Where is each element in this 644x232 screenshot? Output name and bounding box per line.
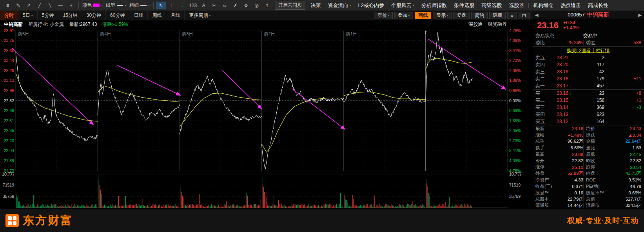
volume-bar <box>420 205 420 208</box>
trend-arrow[interactable] <box>292 89 345 129</box>
volume-bar <box>372 207 372 208</box>
volume-bar <box>332 207 333 208</box>
trend-arrow[interactable] <box>428 39 506 89</box>
menu-item[interactable]: 决策 <box>307 2 325 9</box>
fullscreen-icon[interactable]: ⊡ <box>519 12 530 19</box>
chart-action-button[interactable]: 显示▾ <box>433 12 452 19</box>
mark-down-icon[interactable]: ↓ <box>177 2 187 9</box>
period-tab[interactable]: 分时 <box>0 11 18 20</box>
pencil-icon[interactable]: ✎ <box>13 2 23 9</box>
volume-bar <box>317 207 318 208</box>
period-tab[interactable]: 更多周期▾ <box>185 11 215 20</box>
volume-bar <box>432 207 432 208</box>
thickness-dropdown[interactable]: 粗细 ▾ <box>129 2 150 9</box>
numbers-icon[interactable]: 123 <box>188 2 198 9</box>
period-tab[interactable]: 5分钟 <box>38 11 59 20</box>
period-tab[interactable]: 15分钟 <box>58 11 82 20</box>
volume-bar <box>470 207 470 208</box>
volume-bar <box>444 207 445 208</box>
chart-action-button[interactable]: 叠加▾ <box>394 12 413 19</box>
menu-icon[interactable]: ≡ <box>3 2 13 9</box>
volume-bar <box>442 204 443 208</box>
volume-bar <box>229 205 229 208</box>
trend-arrow[interactable] <box>222 71 261 109</box>
period-tab[interactable]: 30分钟 <box>82 11 106 20</box>
menu-item[interactable]: 高成长性 <box>584 2 612 9</box>
volume-bar <box>72 204 72 208</box>
volume-bar <box>395 206 396 208</box>
order-delta: +1 <box>604 98 641 103</box>
visibility-icon[interactable]: ◎ <box>252 2 261 9</box>
settings-icon[interactable]: ⚙ <box>241 2 251 9</box>
period-tab[interactable]: 日线 <box>129 11 148 20</box>
menu-item[interactable]: 选股器 <box>505 2 528 9</box>
segment-line-icon[interactable]: ╲ <box>45 2 55 9</box>
industry-label[interactable]: 所属行业: 小金属 <box>28 21 64 28</box>
volume-bar <box>134 205 134 208</box>
menu-item[interactable]: L2核心内参 <box>355 2 388 9</box>
stat-row: 涨停25.10跌停20.54 <box>533 164 644 170</box>
volume-bar <box>210 207 210 208</box>
chart-action-button[interactable]: 画线 <box>415 12 431 19</box>
badge-szconnect[interactable]: 深股通 <box>468 21 483 28</box>
period-tab[interactable]: 60分钟 <box>106 11 129 20</box>
volume-bar <box>167 205 167 208</box>
volume-bar <box>83 205 84 208</box>
menu-item[interactable]: 机构增仓 <box>530 2 557 9</box>
trend-line-icon[interactable]: ↗ <box>24 2 34 9</box>
volume-bar <box>321 205 322 208</box>
chart-action-button[interactable]: 隐藏 <box>489 12 506 19</box>
chart-action-button[interactable]: 复盘 <box>453 12 470 19</box>
period-tab[interactable]: 月线 <box>166 11 185 20</box>
prev-stock-icon[interactable]: ◀ <box>535 13 538 18</box>
chevron-down-icon: ▾ <box>148 4 150 7</box>
text-label-icon[interactable]: A <box>199 2 209 9</box>
order-book-row: 卖一23.17↓457 <box>533 82 644 89</box>
volume-bar <box>440 206 440 208</box>
volume-bar <box>76 207 77 208</box>
menu-item[interactable]: 资金流向▾ <box>325 2 355 9</box>
day-label: 前3日 <box>181 31 193 36</box>
next-stock-icon[interactable]: ▶ <box>639 13 642 18</box>
volume-bar <box>236 206 237 208</box>
trend-arrow[interactable] <box>12 48 93 125</box>
collapse-icon[interactable]: » <box>507 12 517 19</box>
chart-action-button[interactable]: 竞价▾ <box>374 12 393 19</box>
menu-item[interactable]: 条件选股 <box>450 2 478 9</box>
badge-margin-trading[interactable]: 融资融券 <box>488 21 507 28</box>
chart-action-button[interactable]: 简约 <box>471 12 488 19</box>
menu-item[interactable]: 高级选股 <box>478 2 505 9</box>
chart-column: 分时5日▾5分钟15分钟30分钟60分钟日线周线月线更多周期▾ 竞价▾叠加▾画线… <box>0 11 533 209</box>
order-delta: +8 <box>604 91 641 96</box>
volume-bar <box>265 196 265 208</box>
volume-bar <box>61 206 61 208</box>
period-tab[interactable]: 5日▾ <box>18 11 38 20</box>
volume-bar <box>295 205 295 208</box>
chevron-down-icon: ▾ <box>209 14 210 17</box>
stat-value: 20.54 <box>608 165 641 170</box>
ray-line-icon[interactable]: ╱ <box>34 2 44 9</box>
link-icon[interactable]: ∞ <box>220 2 230 9</box>
chart-canvas[interactable]: 前5日前4日前3日前2日前1日⇕23.9123.7523.6023.4423.2… <box>0 28 533 209</box>
drag-handle-icon[interactable]: ⇕ <box>424 30 427 34</box>
delete-icon[interactable]: ✗ <box>230 2 240 9</box>
mark-up-icon[interactable]: ↑ <box>167 2 176 9</box>
menu-item[interactable]: 热点追击 <box>557 2 584 9</box>
export-icon[interactable]: ↥ <box>262 2 272 9</box>
horizontal-line-icon[interactable]: — <box>56 2 65 9</box>
add-drawing-icon[interactable]: + <box>66 2 76 9</box>
chevron-down-icon: ▾ <box>388 14 389 17</box>
menu-item[interactable]: 个股风云▾ <box>388 2 418 9</box>
color-dropdown[interactable]: 颜色 ▾ <box>82 2 103 9</box>
buy-l2-link[interactable]: 购买L2查看十档行情 <box>533 46 644 54</box>
day-label: 前2日 <box>264 31 275 36</box>
attach-icon[interactable]: ✂ <box>209 2 219 9</box>
cloud-sync-button[interactable]: 开启云同步 <box>275 1 305 10</box>
menu-item[interactable]: 分析师指数 <box>418 2 450 9</box>
period-tab[interactable]: 周线 <box>148 11 166 20</box>
quote-block: 23.16 +0.34 +1.49% <box>533 19 644 32</box>
volume-bar <box>111 207 112 208</box>
cursor-icon[interactable]: ↖ <box>156 2 166 9</box>
volume-bar <box>207 206 207 208</box>
line-type-dropdown[interactable]: 线型 ▾ <box>106 2 126 9</box>
